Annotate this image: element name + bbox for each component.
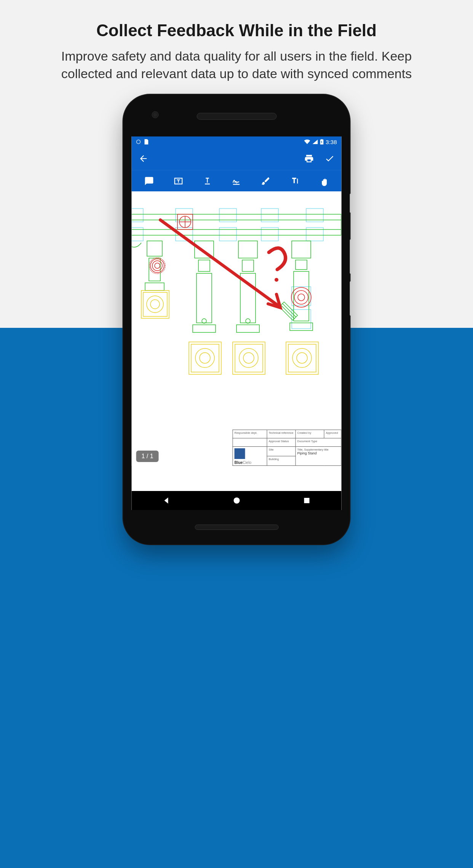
svg-point-42 bbox=[150, 300, 160, 309]
tb-tech-ref-label: Technical reference bbox=[269, 431, 294, 435]
nav-back-icon[interactable] bbox=[163, 497, 171, 504]
svg-point-68 bbox=[234, 497, 240, 504]
bluecielo-logo-icon bbox=[235, 448, 245, 459]
svg-point-67 bbox=[275, 278, 278, 282]
svg-point-41 bbox=[147, 296, 163, 313]
drawing-title-block: Responsible dept. Technical reference Cr… bbox=[233, 430, 342, 466]
text-cursor-icon[interactable] bbox=[290, 176, 300, 186]
svg-rect-35 bbox=[290, 323, 313, 331]
brush-icon[interactable] bbox=[260, 176, 270, 186]
svg-rect-32 bbox=[292, 241, 311, 258]
tb-doc-type-label: Document Type bbox=[297, 440, 317, 443]
phone-camera bbox=[152, 111, 159, 118]
svg-point-64 bbox=[298, 294, 305, 301]
tb-building-label: Building bbox=[269, 457, 279, 461]
svg-line-38 bbox=[281, 305, 294, 318]
sd-card-icon bbox=[144, 139, 149, 144]
marketing-headline: Collect Feedback While in the Field bbox=[0, 0, 473, 40]
status-bar: 3:38 bbox=[132, 136, 342, 147]
svg-rect-28 bbox=[242, 260, 254, 271]
status-dot-icon bbox=[136, 140, 141, 144]
svg-point-46 bbox=[200, 353, 210, 363]
text-underline-icon[interactable] bbox=[203, 176, 213, 186]
annotation-toolbar bbox=[132, 170, 342, 191]
text-box-icon[interactable] bbox=[173, 176, 183, 186]
svg-rect-51 bbox=[286, 342, 318, 374]
phone-side-button bbox=[350, 281, 352, 316]
svg-point-53 bbox=[292, 348, 312, 367]
svg-point-45 bbox=[195, 348, 214, 367]
battery-charging-icon bbox=[320, 139, 323, 144]
nav-home-icon[interactable] bbox=[233, 497, 241, 504]
phone-side-button bbox=[350, 194, 352, 213]
hand-pan-icon[interactable] bbox=[319, 176, 329, 186]
svg-rect-33 bbox=[296, 260, 307, 270]
print-icon[interactable] bbox=[304, 154, 314, 164]
tb-approval-status-label: Approval Status bbox=[269, 440, 289, 443]
svg-rect-30 bbox=[237, 325, 259, 332]
svg-point-49 bbox=[239, 348, 258, 367]
cad-schematic bbox=[132, 191, 342, 466]
app-bar bbox=[132, 147, 342, 170]
android-nav-bar bbox=[132, 491, 342, 510]
svg-rect-43 bbox=[189, 342, 221, 374]
phone-side-button bbox=[350, 239, 352, 274]
svg-rect-25 bbox=[193, 325, 216, 332]
svg-point-60 bbox=[152, 261, 162, 271]
tb-approved-label: Approved bbox=[326, 431, 338, 435]
signature-icon[interactable] bbox=[232, 176, 241, 186]
marketing-subhead: Improve safety and data quality for all … bbox=[0, 40, 473, 83]
svg-rect-24 bbox=[197, 273, 212, 323]
svg-rect-69 bbox=[304, 498, 309, 503]
nav-recent-icon[interactable] bbox=[303, 497, 310, 504]
svg-point-54 bbox=[297, 353, 307, 363]
svg-point-63 bbox=[294, 290, 308, 304]
phone-speaker-bottom bbox=[195, 525, 278, 530]
tb-created-by-label: Created by bbox=[297, 431, 312, 435]
svg-rect-39 bbox=[141, 290, 169, 318]
svg-rect-27 bbox=[238, 241, 257, 258]
svg-point-26 bbox=[202, 319, 206, 323]
svg-point-65 bbox=[149, 258, 165, 274]
status-time: 3:38 bbox=[326, 139, 337, 145]
bluecielo-logo-text: BlueCielo bbox=[235, 460, 251, 465]
phone-frame: 3:38 bbox=[123, 95, 350, 544]
svg-point-50 bbox=[243, 353, 254, 363]
svg-rect-47 bbox=[233, 342, 265, 374]
tb-title-label: Title, Supplementary title bbox=[297, 448, 329, 451]
wifi-icon bbox=[304, 140, 310, 144]
tb-site-label: Site bbox=[269, 448, 274, 451]
svg-rect-23 bbox=[198, 260, 210, 271]
svg-point-61 bbox=[155, 263, 160, 268]
tb-resp-dept-label: Responsible dept. bbox=[235, 431, 257, 435]
tb-title-value: Piping Stand bbox=[297, 451, 317, 455]
svg-rect-21 bbox=[145, 283, 164, 290]
drawing-canvas[interactable]: 1 / 1 Responsible dept. Technical refere… bbox=[132, 191, 342, 466]
cell-signal-icon bbox=[312, 140, 318, 144]
confirm-check-icon[interactable] bbox=[325, 154, 335, 164]
page-counter: 1 / 1 bbox=[136, 451, 159, 462]
svg-point-31 bbox=[246, 319, 250, 323]
phone-speaker-top bbox=[197, 113, 276, 120]
svg-rect-19 bbox=[147, 241, 162, 256]
comment-icon[interactable] bbox=[144, 176, 154, 186]
back-arrow-icon[interactable] bbox=[139, 154, 149, 164]
svg-point-0 bbox=[137, 140, 141, 144]
phone-screen: 3:38 bbox=[132, 136, 342, 510]
svg-rect-2 bbox=[321, 139, 322, 140]
